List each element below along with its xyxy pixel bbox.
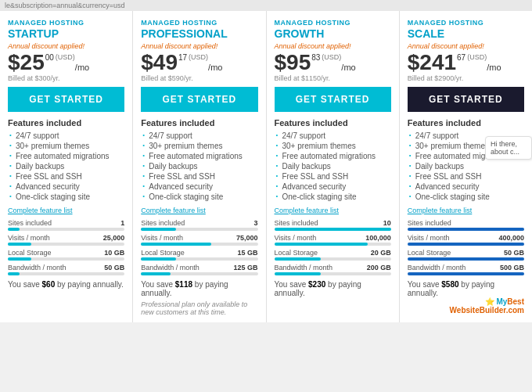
progress-bar-bg [141,272,257,275]
feature-list-professional: 24/7 support30+ premium themesFree autom… [141,131,257,202]
price-superscript-scale: 67 [457,53,466,62]
progress-bar-fill [141,272,170,275]
get-started-button-growth[interactable]: GET STARTED [275,87,391,112]
stat-value: 125 GB [233,264,257,272]
price-usd-startup: (USD) [56,53,75,61]
list-item: Free SSL and SSH [275,171,391,182]
stat-value: 75,000 [236,234,258,242]
get-started-button-professional[interactable]: GET STARTED [141,87,257,112]
list-item: One-click staging site [275,192,391,202]
list-item: Advanced security [275,182,391,192]
progress-bar-bg [8,272,124,275]
list-item: 24/7 support [275,131,391,141]
stat-label: Local Storage [8,249,52,257]
list-item: Daily backups [408,161,524,171]
features-title-scale: Features included [408,118,524,128]
stat-row: Local Storage10 GB [8,249,124,257]
progress-bar-fill [141,257,176,261]
progress-bar-bg [141,228,257,231]
price-month-startup: /mo [75,63,89,72]
complete-feature-link-scale[interactable]: Complete feature list [408,207,524,214]
progress-bar-bg [275,272,391,275]
stat-value: 25,000 [103,234,125,242]
plan-title-growth: GROWTH [275,27,391,41]
discount-label-growth: Annual discount applied! [275,42,391,50]
list-item: Free automated migrations [275,151,391,161]
stat-row: Visits / month75,000 [141,234,257,242]
progress-bar-bg [275,228,391,231]
progress-bar-fill [275,243,368,246]
feature-list-growth: 24/7 support30+ premium themesFree autom… [275,131,391,202]
plan-professional: MANAGED HOSTINGPROFESSIONALAnnual discou… [133,11,266,322]
feature-list-startup: 24/7 support30+ premium themesFree autom… [8,131,124,202]
progress-bar-fill [408,272,524,275]
stat-label: Sites included [275,219,318,227]
list-item: Advanced security [141,182,257,192]
progress-bar-fill [275,257,322,261]
features-title-startup: Features included [8,118,124,128]
stat-value: 1 [120,219,124,227]
list-item: 30+ premium themes [141,141,257,151]
list-item: Daily backups [141,161,257,171]
stat-row: Sites included1 [8,219,124,227]
list-item: Daily backups [8,161,124,171]
progress-bar-fill [275,272,322,275]
discount-label-startup: Annual discount applied! [8,42,124,50]
complete-feature-link-startup[interactable]: Complete feature list [8,207,124,214]
stat-label: Local Storage [275,249,318,257]
stat-label: Visits / month [8,234,50,242]
billed-at-startup: Billed at $300/yr. [8,74,124,82]
list-item: Free SSL and SSH [408,171,524,182]
progress-bar-fill [8,228,20,231]
mybest-logo: ⭐ MyBestWebsiteBuilder.com [408,297,524,315]
stat-row: Sites included3 [141,219,257,227]
pro-note-professional: Professional plan only available to new … [141,300,257,316]
list-item: Free automated migrations [141,151,257,161]
features-title-professional: Features included [141,118,257,128]
list-item: Free SSL and SSH [141,171,257,182]
stat-row: Local Storage15 GB [141,249,257,257]
stat-value: 20 GB [371,249,391,257]
complete-feature-link-growth[interactable]: Complete feature list [275,207,391,214]
complete-feature-link-professional[interactable]: Complete feature list [141,207,257,214]
plan-header-label-startup: MANAGED HOSTING [8,19,124,27]
stat-value: 15 GB [237,249,257,257]
price-month-scale: /mo [487,63,501,72]
list-item: 30+ premium themes [8,141,124,151]
stat-value: 10 [383,219,391,227]
list-item: Free SSL and SSH [8,171,124,182]
progress-bar-bg [408,228,524,231]
stat-row: Bandwidth / month125 GB [141,264,257,272]
progress-bar-fill [408,228,524,231]
stat-row: Bandwidth / month200 GB [275,264,391,272]
price-row-startup: $2500(USD)/mo [8,52,124,74]
stat-label: Sites included [8,219,52,227]
billed-at-growth: Billed at $1150/yr. [275,74,391,82]
price-month-growth: /mo [341,63,355,72]
progress-bar-fill [141,228,176,231]
stat-label: Bandwidth / month [8,264,66,272]
list-item: One-click staging site [408,192,524,202]
get-started-button-scale[interactable]: GET STARTED [408,87,524,112]
list-item: Free automated migrations [8,151,124,161]
stat-value: 500 GB [500,264,524,272]
plan-scale: MANAGED HOSTINGSCALEAnnual discount appl… [400,11,532,322]
price-superscript-professional: 17 [178,53,187,62]
stat-label: Bandwidth / month [141,264,200,272]
get-started-button-startup[interactable]: GET STARTED [8,87,124,112]
plan-title-startup: STARTUP [8,27,124,41]
stat-row: Visits / month100,000 [275,234,391,242]
stat-label: Sites included [408,219,451,227]
progress-bar-fill [408,257,524,261]
stat-value: 200 GB [367,264,391,272]
plan-growth: MANAGED HOSTINGGROWTHAnnual discount app… [267,11,400,322]
plan-startup: MANAGED HOSTINGSTARTUPAnnual discount ap… [0,11,133,322]
price-dollar-startup: $25 [8,52,45,74]
list-item: One-click staging site [8,192,124,202]
stat-row: Visits / month400,000 [408,234,524,242]
stat-row: Local Storage50 GB [408,249,524,257]
stat-label: Sites included [141,219,185,227]
stat-label: Bandwidth / month [275,264,333,272]
price-superscript-growth: 83 [311,53,320,62]
progress-bar-bg [275,257,391,261]
